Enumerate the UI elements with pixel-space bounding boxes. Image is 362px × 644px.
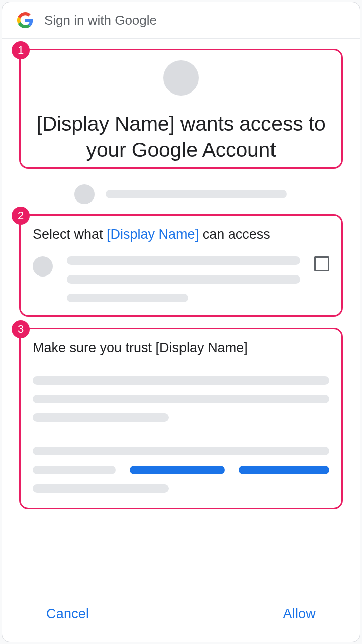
cancel-button[interactable]: Cancel <box>46 606 89 622</box>
dialog-header: Sign in with Google <box>2 2 360 39</box>
dialog-header-title: Sign in with Google <box>44 13 157 28</box>
consent-main-title: [Display Name] wants access to your Goog… <box>26 111 336 163</box>
trust-title: Make sure you trust [Display Name] <box>33 340 329 356</box>
trust-link-placeholder-1[interactable] <box>130 466 225 474</box>
scopes-title: Select what [Display Name] can access <box>33 227 329 242</box>
allow-button[interactable]: Allow <box>283 606 316 622</box>
scope-description-placeholder <box>67 256 300 302</box>
scope-item <box>33 256 329 302</box>
app-avatar-placeholder <box>163 60 199 96</box>
account-chip[interactable] <box>19 180 343 214</box>
consent-dialog: Sign in with Google 1 [Display Name] wan… <box>2 2 360 642</box>
section-trust: 3 Make sure you trust [Display Name] <box>19 328 343 509</box>
dialog-content: 1 [Display Name] wants access to your Go… <box>2 39 360 600</box>
trust-link-placeholder-2[interactable] <box>239 466 329 474</box>
account-email-placeholder <box>106 190 287 198</box>
account-avatar-placeholder <box>74 184 95 204</box>
scopes-title-post: can access <box>199 227 270 242</box>
section-app-identity: 1 [Display Name] wants access to your Go… <box>19 49 343 169</box>
annotation-badge-3: 3 <box>12 320 30 338</box>
scopes-title-app-link[interactable]: [Display Name] <box>107 227 199 242</box>
section-scopes: 2 Select what [Display Name] can access <box>19 214 343 317</box>
annotation-badge-2: 2 <box>12 207 30 225</box>
dialog-footer: Cancel Allow <box>2 600 360 642</box>
scope-icon-placeholder <box>33 256 53 277</box>
trust-body-placeholder <box>33 376 329 493</box>
scopes-title-pre: Select what <box>33 227 107 242</box>
annotation-badge-1: 1 <box>12 41 30 59</box>
google-logo-icon <box>17 12 33 28</box>
scope-checkbox[interactable] <box>314 256 329 271</box>
